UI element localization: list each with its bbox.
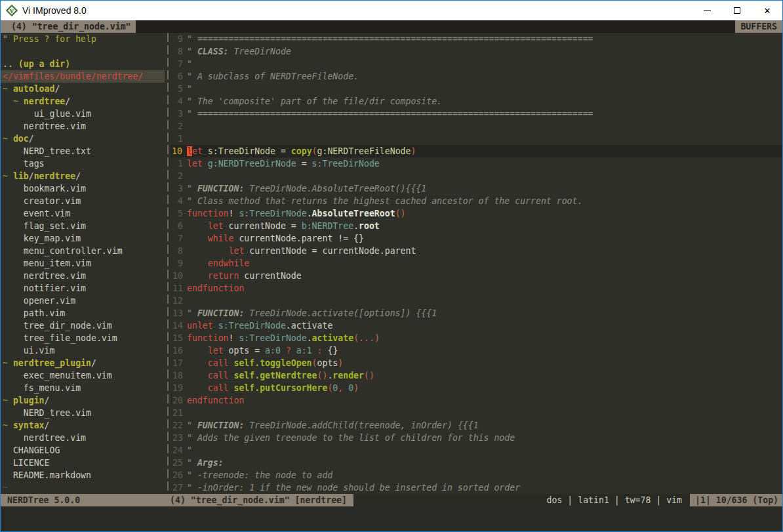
tree-row[interactable]: exec_menuitem.vim (1, 369, 165, 382)
line-number: 13 (171, 307, 187, 319)
code-line[interactable]: 10 return currentNode (171, 270, 782, 282)
line-number: 5 (171, 207, 187, 220)
code-line[interactable]: 24" (171, 444, 782, 457)
code-line[interactable]: 5function! s:TreeDirNode.AbsoluteTreeRoo… (171, 207, 782, 220)
tree-row[interactable]: " Press ? for help (1, 33, 165, 45)
tree-row[interactable] (1, 45, 165, 58)
tree-row[interactable]: nerdtree.vim (1, 270, 165, 282)
code-line[interactable]: 9 endwhile (171, 257, 782, 270)
tree-row[interactable]: </vimfiles/bundle/nerdtree/ (1, 70, 165, 83)
code-line[interactable]: 27" -inOrder: 1 if the new node should b… (171, 481, 782, 494)
code-text: " Args: (187, 457, 224, 469)
code-line[interactable]: 4" The 'composite' part of the file/dir … (171, 95, 782, 108)
tree-row[interactable]: opener.vim (1, 295, 165, 307)
line-number: 8 (171, 245, 187, 257)
code-line[interactable]: 1let g:NERDTreeDirNode = s:TreeDirNode (171, 157, 782, 170)
code-line[interactable]: 19 call self.putCursorHere(0, 0) (171, 382, 782, 394)
tree-row[interactable]: NERD_tree.txt (1, 145, 165, 157)
tree-row[interactable]: menu_controller.vim (1, 245, 165, 257)
tree-row[interactable]: .. (up a dir) (1, 58, 165, 70)
code-line[interactable]: 10let s:TreeDirNode = copy(g:NERDTreeFil… (171, 145, 782, 157)
close-icon: ✕ (764, 7, 771, 15)
code-line[interactable]: 26" -treenode: the node to add (171, 469, 782, 481)
code-line[interactable]: 7" (171, 58, 782, 70)
separator-line-icon (167, 33, 169, 494)
tree-row[interactable]: tree_dir_node.vim (1, 319, 165, 332)
code-text: " CLASS: TreeDirNode (187, 45, 291, 58)
code-line[interactable]: 1 (171, 133, 782, 145)
line-number: 16 (171, 344, 187, 357)
code-line[interactable]: 23" Adds the given treenode to the list … (171, 432, 782, 444)
code-line[interactable]: 18 call self.getNerdtree().render() (171, 369, 782, 382)
tree-row[interactable]: ~ autoload/ (1, 83, 165, 95)
tree-row[interactable]: bookmark.vim (1, 182, 165, 195)
code-text: function! s:TreeDirNode.activate(...) (187, 332, 380, 344)
code-line[interactable]: 13" FUNCTION: TreeDirNode.activate([opti… (171, 307, 782, 319)
tree-row[interactable]: fs_menu.vim (1, 382, 165, 394)
code-line[interactable]: 3" =====================================… (171, 108, 782, 120)
tree-row[interactable]: menu_item.vim (1, 257, 165, 270)
tree-row[interactable]: ui.vim (1, 344, 165, 357)
code-line[interactable]: 8 let currentNode = currentNode.parent (171, 245, 782, 257)
code-line[interactable]: 16 let opts = a:0 ? a:1 : {} (171, 344, 782, 357)
line-number: 21 (171, 407, 187, 419)
tree-row[interactable]: event.vim (1, 207, 165, 220)
code-line[interactable]: 7 while currentNode.parent != {} (171, 232, 782, 245)
code-line[interactable]: 6" A subclass of NERDTreeFileNode. (171, 70, 782, 83)
line-number: 19 (171, 382, 187, 394)
tree-row[interactable]: ~ plugin/ (1, 394, 165, 407)
tree-row[interactable]: nerdtree.vim (1, 120, 165, 133)
code-line[interactable]: 9" =====================================… (171, 33, 782, 45)
code-text: endfunction (187, 394, 244, 407)
tree-row[interactable]: LICENCE (1, 457, 165, 469)
code-line[interactable]: 2 (171, 120, 782, 133)
code-line[interactable]: 21 (171, 407, 782, 419)
tree-row[interactable]: ~ doc/ (1, 133, 165, 145)
tree-row[interactable]: notifier.vim (1, 282, 165, 295)
close-button[interactable]: ✕ (752, 1, 782, 20)
maximize-button[interactable] (722, 1, 752, 20)
code-text: endfunction (187, 282, 244, 295)
tree-row[interactable]: ~ lib/nerdtree/ (1, 170, 165, 182)
code-line[interactable]: 14unlet s:TreeDirNode.activate (171, 319, 782, 332)
code-line[interactable]: 4" Class method that returns the highest… (171, 195, 782, 207)
tab-bar: (4) "tree_dir_node.vim" BUFFERS (1, 20, 782, 33)
tree-row[interactable]: CHANGELOG (1, 444, 165, 457)
tab-bar-fill (136, 20, 736, 33)
code-text: " FUNCTION: TreeDirNode.addChild(treenod… (187, 419, 479, 432)
code-line[interactable]: 8" CLASS: TreeDirNode (171, 45, 782, 58)
code-text: endwhile (187, 257, 249, 270)
window-separator[interactable] (165, 33, 171, 494)
tree-row[interactable]: ~ nerdtree/ (1, 95, 165, 108)
code-text: " (187, 58, 192, 70)
code-line[interactable]: 5" (171, 83, 782, 95)
code-line[interactable]: 12 (171, 295, 782, 307)
tab-active[interactable]: (4) "tree_dir_node.vim" (1, 20, 136, 33)
tree-row[interactable]: ui_glue.vim (1, 108, 165, 120)
code-line[interactable]: 3" FUNCTION: TreeDirNode.AbsoluteTreeRoo… (171, 182, 782, 195)
tree-row[interactable]: ~ nerdtree_plugin/ (1, 357, 165, 369)
code-line[interactable]: 15function! s:TreeDirNode.activate(...) (171, 332, 782, 344)
code-line[interactable]: 22" FUNCTION: TreeDirNode.addChild(treen… (171, 419, 782, 432)
code-line[interactable]: 6 let currentNode = b:NERDTree.root (171, 220, 782, 232)
code-line[interactable]: 11endfunction (171, 282, 782, 295)
tree-row[interactable]: NERD_tree.vim (1, 407, 165, 419)
tree-row[interactable]: nerdtree.vim (1, 432, 165, 444)
line-number: 4 (171, 195, 187, 207)
maximize-icon (734, 7, 740, 14)
tree-row[interactable]: tree_file_node.vim (1, 332, 165, 344)
code-line[interactable]: 2 (171, 170, 782, 182)
tree-row[interactable]: ~ syntax/ (1, 419, 165, 432)
minimize-button[interactable] (692, 1, 722, 20)
tree-row[interactable]: flag_set.vim (1, 220, 165, 232)
tree-row[interactable]: path.vim (1, 307, 165, 319)
tree-row[interactable]: README.markdown (1, 469, 165, 481)
line-number: 17 (171, 357, 187, 369)
code-line[interactable]: 17 call self.toggleOpen(opts) (171, 357, 782, 369)
code-line[interactable]: 20endfunction (171, 394, 782, 407)
tree-row[interactable]: ~ (1, 481, 165, 494)
tree-row[interactable]: key_map.vim (1, 232, 165, 245)
tree-row[interactable]: tags (1, 157, 165, 170)
code-line[interactable]: 25" Args: (171, 457, 782, 469)
tree-row[interactable]: creator.vim (1, 195, 165, 207)
